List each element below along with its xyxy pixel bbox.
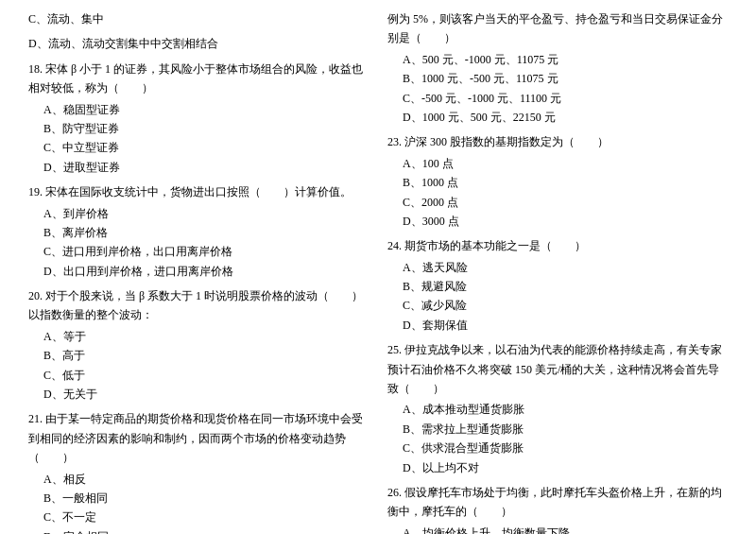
option-a: A、均衡价格上升，均衡数量下降 — [387, 524, 728, 534]
option-c-left1: C、流动、集中 — [28, 9, 369, 28]
question-text: 例为 5%，则该客户当天的平仓盈亏、持仓盈亏和当日交易保证金分别是（ ） — [387, 9, 728, 48]
question-23: 23. 沪深 300 股指数的基期指数定为（ ） A、100 点 B、1000 … — [387, 132, 728, 231]
question-text: 18. 宋体 β 小于 1 的证券，其风险小于整体市场组合的风险，收益也相对较低… — [28, 60, 369, 98]
option-c: C、-500 元、-1000 元、11100 元 — [387, 89, 728, 108]
option-c: C、不一定 — [28, 508, 369, 526]
option-a: A、成本推动型通货膨胀 — [387, 400, 728, 419]
option-b: B、离岸价格 — [28, 223, 369, 242]
option-c: C、供求混合型通货膨胀 — [387, 439, 728, 457]
two-column-layout: C、流动、集中 D、流动、流动交割集中中交割相结合 18. 宋体 β 小于 1 … — [28, 9, 728, 534]
option-a: A、等于 — [28, 327, 369, 346]
question-26: 26. 假设摩托车市场处于均衡，此时摩托车头盔价格上升，在新的均衡中，摩托车的（… — [387, 483, 728, 534]
page-wrapper: C、流动、集中 D、流动、流动交割集中中交割相结合 18. 宋体 β 小于 1 … — [28, 9, 728, 534]
option-d: D、套期保值 — [387, 316, 728, 335]
option-a: A、稳固型证券 — [28, 100, 369, 119]
option-d: D、进取型证券 — [28, 158, 369, 177]
option-text: C、流动、集中 — [28, 12, 104, 26]
option-d: D、无关于 — [28, 385, 369, 404]
question-text: 25. 伊拉克战争以来，以石油为代表的能源价格持续走高，有关专家预计石油价格不久… — [387, 340, 728, 398]
question-18: 18. 宋体 β 小于 1 的证券，其风险小于整体市场组合的风险，收益也相对较低… — [28, 60, 369, 177]
option-c: C、减少风险 — [387, 296, 728, 315]
option-d: D、出口用到岸价格，进口用离岸价格 — [28, 262, 369, 281]
option-text: D、流动、流动交割集中中交割相结合 — [28, 37, 218, 50]
option-d: D、3000 点 — [387, 212, 728, 231]
question-24: 24. 期货市场的基本功能之一是（ ） A、逃天风险 B、规避风险 C、减少风险… — [387, 236, 728, 335]
question-25: 25. 伊拉克战争以来，以石油为代表的能源价格持续走高，有关专家预计石油价格不久… — [387, 340, 728, 477]
option-b: B、需求拉上型通货膨胀 — [387, 420, 728, 439]
option-b: B、规避风险 — [387, 277, 728, 296]
option-b: B、1000 元、-500 元、11075 元 — [387, 69, 728, 88]
option-b: B、1000 点 — [387, 173, 728, 192]
option-b: B、防守型证券 — [28, 119, 369, 138]
option-d: D、以上均不对 — [387, 458, 728, 477]
option-c: C、2000 点 — [387, 193, 728, 212]
question-text: 26. 假设摩托车市场处于均衡，此时摩托车头盔价格上升，在新的均衡中，摩托车的（… — [387, 483, 728, 522]
question-text: 19. 宋体在国际收支统计中，货物进出口按照（ ）计算价值。 — [28, 182, 369, 201]
option-c: C、进口用到岸价格，出口用离岸价格 — [28, 242, 369, 261]
question-21: 21. 由于某一特定商品的期货价格和现货价格在同一市场环境中会受到相同的经济因素… — [28, 409, 369, 534]
right-column: 例为 5%，则该客户当天的平仓盈亏、持仓盈亏和当日交易保证金分别是（ ） A、5… — [387, 9, 728, 534]
question-20: 20. 对于个股来说，当 β 系数大于 1 时说明股票价格的波动（ ）以指数衡量… — [28, 286, 369, 404]
option-b: B、一般相同 — [28, 489, 369, 508]
question-19: 19. 宋体在国际收支统计中，货物进出口按照（ ）计算价值。 A、到岸价格 B、… — [28, 182, 369, 281]
question-text: 24. 期货市场的基本功能之一是（ ） — [387, 236, 728, 255]
question-text: 23. 沪深 300 股指数的基期指数定为（ ） — [387, 132, 728, 151]
option-d: D、完全相同 — [28, 527, 369, 534]
option-d: D、1000 元、500 元、22150 元 — [387, 108, 728, 127]
option-a: A、逃天风险 — [387, 258, 728, 277]
option-d-left1: D、流动、流动交割集中中交割相结合 — [28, 34, 369, 53]
left-column: C、流动、集中 D、流动、流动交割集中中交割相结合 18. 宋体 β 小于 1 … — [28, 9, 369, 534]
option-b: B、高于 — [28, 346, 369, 365]
option-c: C、低于 — [28, 366, 369, 385]
question-text: 21. 由于某一特定商品的期货价格和现货价格在同一市场环境中会受到相同的经济因素… — [28, 409, 369, 467]
question-text: 20. 对于个股来说，当 β 系数大于 1 时说明股票价格的波动（ ）以指数衡量… — [28, 286, 369, 325]
option-c: C、中立型证券 — [28, 138, 369, 157]
option-a: A、100 点 — [387, 154, 728, 173]
option-a: A、相反 — [28, 470, 369, 489]
question-22-cont: 例为 5%，则该客户当天的平仓盈亏、持仓盈亏和当日交易保证金分别是（ ） A、5… — [387, 9, 728, 127]
option-a: A、500 元、-1000 元、11075 元 — [387, 50, 728, 69]
option-a: A、到岸价格 — [28, 204, 369, 223]
